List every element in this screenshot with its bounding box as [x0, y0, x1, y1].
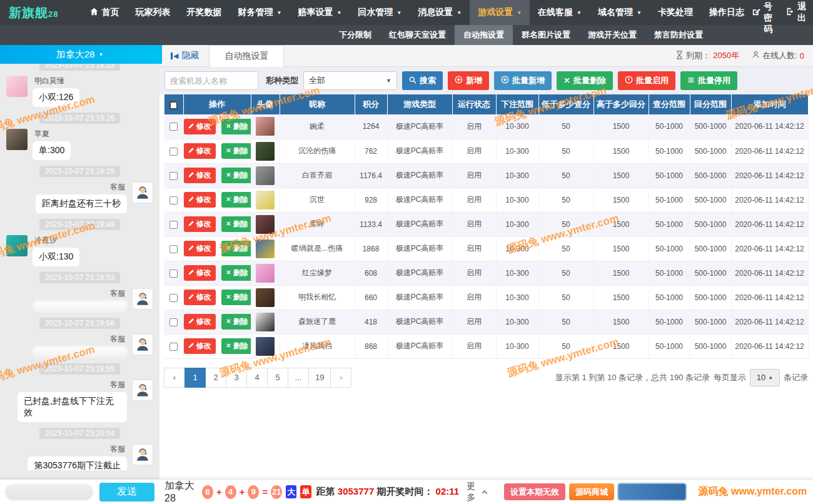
edit-icon [188, 244, 194, 252]
top-nav-item[interactable]: 首页 [82, 0, 127, 25]
source-mall-button[interactable]: 源码商城 [569, 483, 614, 500]
delete-row-button[interactable]: 删除 [221, 290, 251, 305]
delete-row-button[interactable]: 删除 [221, 265, 251, 281]
more-button[interactable]: 更多 [467, 481, 487, 503]
room-selector[interactable]: 加拿大28 ▼ [0, 45, 159, 64]
row-checkbox[interactable] [169, 123, 178, 131]
top-nav-item[interactable]: 游戏设置 ▼ [470, 0, 530, 25]
sub-nav-item[interactable]: 群名图片设置 [513, 25, 579, 45]
edit-row-label: 修改 [196, 292, 211, 303]
send-button[interactable]: 发送 [99, 483, 154, 501]
edit-row-button[interactable]: 修改 [184, 338, 216, 354]
row-checkbox[interactable] [169, 172, 178, 180]
select-all-checkbox[interactable] [169, 101, 178, 109]
brand-logo[interactable]: 新旗舰28 [9, 4, 58, 21]
search-button[interactable]: 搜索 [402, 71, 443, 90]
column-header: 高于多少回分 [593, 94, 649, 114]
edit-row-label: 修改 [196, 146, 211, 156]
add-button[interactable]: 新增 [448, 71, 489, 90]
top-nav-item[interactable]: 玩家列表 [127, 0, 178, 25]
top-nav-item[interactable]: 操作日志 [701, 0, 752, 25]
page-button[interactable]: 19 [308, 368, 331, 388]
account-password-button[interactable]: 帐号密码 [752, 0, 772, 35]
delete-row-button[interactable]: 删除 [221, 216, 251, 232]
edit-row-button[interactable]: 修改 [184, 314, 216, 330]
edit-icon [188, 318, 194, 325]
cell-return-range: 500-1000 [690, 163, 731, 188]
edit-row-button[interactable]: 修改 [184, 143, 216, 159]
page-button[interactable]: 2 [205, 368, 226, 388]
avatar [256, 264, 275, 283]
chat-input[interactable] [5, 484, 93, 500]
logout-button[interactable]: 退出 [786, 0, 806, 35]
edit-row-button[interactable]: 修改 [184, 192, 216, 208]
delete-row-button[interactable]: 删除 [221, 241, 251, 256]
edit-row-button[interactable]: 修改 [184, 216, 216, 232]
row-checkbox[interactable] [169, 318, 178, 326]
page-button[interactable]: 1 [184, 368, 206, 388]
sub-nav-item[interactable]: 红包聊天室设置 [380, 25, 455, 45]
page-button[interactable]: › [330, 368, 351, 388]
top-nav-item[interactable]: 财务管理 ▼ [230, 0, 290, 25]
top-nav-item[interactable]: 域名管理 ▼ [590, 0, 650, 25]
set-invalid-button[interactable]: 设置本期无效 [504, 483, 565, 500]
edit-row-button[interactable]: 修改 [184, 241, 216, 256]
cell-game-type: 极速PC高赔率 [387, 310, 452, 334]
chat-message-list[interactable]: 2023-10-07 23:19:23 2023-10-07 23:19:23 [0, 55, 159, 470]
cell-run-status: 启用 [452, 139, 496, 163]
sub-nav-item[interactable]: 禁言防封设置 [645, 25, 712, 45]
cell-bet-range: 10-300 [496, 285, 538, 310]
top-nav-item[interactable]: 回水管理 ▼ [350, 0, 410, 25]
delete-row-button[interactable]: 删除 [221, 314, 251, 330]
batch-disable-button[interactable]: 批量停用 [680, 71, 737, 90]
top-nav-item[interactable]: 卡奖处理 [650, 0, 701, 25]
cell-game-type: 极速PC高赔率 [387, 188, 452, 212]
row-checkbox[interactable] [169, 148, 178, 156]
edit-row-button[interactable]: 修改 [184, 119, 216, 134]
sub-nav-item[interactable]: 下分限制 [330, 25, 380, 45]
delete-row-button[interactable]: 删除 [221, 143, 251, 159]
edit-row-button[interactable]: 修改 [184, 290, 216, 305]
row-checkbox[interactable] [169, 294, 178, 302]
per-page-select[interactable]: 10 ▲ [750, 369, 780, 386]
chat-bubble: 第3053776期下注截止 [28, 456, 127, 470]
tab-auto-drag-settings[interactable]: 自动拖设置 [209, 45, 284, 67]
edit-row-button[interactable]: 修改 [184, 265, 216, 281]
delete-row-button[interactable]: 删除 [221, 192, 251, 208]
batch-delete-button-label: 批量删除 [573, 75, 606, 86]
cell-game-type: 极速PC高赔率 [387, 139, 452, 163]
hide-sidebar-button[interactable]: ◀ 隐藏 [159, 45, 209, 66]
row-checkbox[interactable] [169, 343, 178, 351]
delete-row-button[interactable]: 删除 [221, 119, 251, 134]
batch-add-button[interactable]: 批量新增 [494, 71, 552, 90]
search-input[interactable] [164, 71, 258, 90]
x-icon [226, 294, 231, 301]
page-button[interactable]: 3 [226, 368, 247, 388]
row-checkbox[interactable] [169, 221, 178, 229]
sub-nav-item[interactable]: 游戏开关位置 [579, 25, 645, 45]
cell-check-range: 50-1000 [649, 261, 690, 285]
row-checkbox[interactable] [169, 245, 178, 253]
cell-nickname: 白首齐眉 [280, 163, 355, 188]
page-button[interactable]: ... [288, 368, 309, 388]
sub-nav-item[interactable]: 自动拖设置 [455, 25, 513, 45]
top-nav-item[interactable]: 赔率设置 ▼ [290, 0, 350, 25]
logout-label: 退出 [797, 1, 806, 24]
top-nav-item[interactable]: 在线客服 ▼ [530, 0, 590, 25]
page-button[interactable]: 4 [246, 368, 268, 388]
batch-enable-button[interactable]: 批量启用 [618, 71, 675, 90]
row-checkbox[interactable] [169, 196, 178, 204]
page-button[interactable]: 5 [267, 368, 288, 388]
lottery-type-select[interactable]: 全部 ▼ [303, 71, 397, 90]
top-nav-item[interactable]: 开奖数据 [178, 0, 230, 25]
customer-service-avatar-icon [132, 182, 153, 203]
batch-delete-button[interactable]: 批量删除 [557, 71, 613, 90]
delete-row-button[interactable]: 删除 [221, 338, 251, 354]
delete-row-label: 删除 [233, 341, 248, 351]
edit-row-button[interactable]: 修改 [184, 168, 216, 183]
page-button[interactable]: ‹ [164, 368, 185, 388]
blurred-button[interactable] [618, 483, 685, 500]
delete-row-button[interactable]: 删除 [221, 168, 251, 183]
top-nav-item[interactable]: 消息设置 ▼ [410, 0, 470, 25]
row-checkbox[interactable] [169, 270, 178, 278]
